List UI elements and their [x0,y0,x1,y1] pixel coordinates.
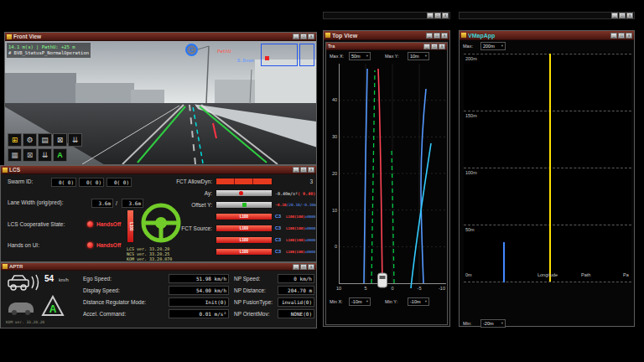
max-y-dropdown[interactable]: 10m▾ [408,52,429,60]
fct-source-bar-label: L100 [216,214,272,220]
coop-state-label: LCS Cooperative State: [8,221,65,228]
min-x-dropdown[interactable]: -10m▾ [349,297,371,306]
fct-source-value-blue: x0000 [305,226,316,230]
close-box-glyph: ⊠ [57,137,64,144]
fct-allowdyn-value: 3 [301,178,313,185]
hands-on-ui-value: HandsOff [96,242,121,249]
x-tick: -10 [436,286,448,291]
close-button[interactable]: x [441,33,448,39]
grid2-icon[interactable]: ▦ [8,148,22,162]
distance-regulator-mode-label: Distance Regulator Mode: [83,299,146,306]
down-arrows2-icon[interactable]: ⇊ [38,148,52,162]
coop-state-indicator [87,221,93,227]
vmap-outer-titlebar[interactable]: _ □ x [459,12,635,19]
min-y-label: Min Y: [385,298,397,305]
trajectory-title: Tra [328,43,422,50]
speed-display-unit: km/h [59,277,69,282]
display-speed-label: Display Speed: [83,287,120,294]
np-distance-label: NP Distance: [234,287,266,294]
np-speed-value: 0 km/h [278,274,314,283]
fct-source-channel: C3 [275,225,281,230]
grid2-glyph: ▦ [11,152,18,159]
offset-y-bar [216,201,273,209]
fct-allowdyn-label: FCT AllowDyn: [148,178,212,185]
fct-source-value-red: L100(100) [286,226,305,230]
right-lane-marking [201,105,278,164]
gear-glyph: ⚙ [26,137,33,144]
top-view-outer-titlebar[interactable]: _ □ x [323,12,450,19]
close-box2-icon[interactable]: ⊠ [23,148,37,162]
minimize-button[interactable]: _ [293,167,299,173]
close-box-icon[interactable]: ⊠ [53,133,67,147]
maximize-button[interactable]: □ [434,33,440,39]
hud-line-2: # BVB_StatusP_NormalOperation [8,50,89,56]
min-y-dropdown[interactable]: -10m▾ [408,297,429,306]
close-button[interactable]: x [439,44,445,49]
speed-display-value: 54 [44,274,54,283]
minimize-button[interactable]: _ [423,44,430,49]
target-marker-line [213,123,216,138]
gear-icon[interactable]: ⚙ [23,133,37,147]
lateral-gauge-bar: L100 [127,209,134,243]
minimize-button[interactable]: _ [610,33,617,39]
hud-line-1: 14.1 m(s) | PathU: +25 m [8,44,89,50]
offset-part1: -0.10 [275,203,287,207]
maximize-button[interactable]: □ [431,44,438,49]
fct-source-value: L100(100)x0000 [286,238,315,242]
minimize-button[interactable]: _ [293,264,299,270]
top-view-titlebar[interactable]: Top View _ □ x [324,31,449,40]
accel-command-value: 0.01 m/s² [169,309,229,318]
lcs-titlebar[interactable]: LCS _ □ x [1,166,316,174]
down-arrows-glyph: ⇊ [72,137,79,144]
down-arrows-icon[interactable]: ⇊ [68,133,82,147]
close-button[interactable]: x [626,33,632,39]
maximize-button[interactable]: □ [300,167,307,173]
aptr-titlebar[interactable]: APTR _ □ x [1,263,316,271]
layers-icon[interactable]: ▤ [38,133,52,147]
trajectory-plot [339,64,446,288]
ego-speed-value: 51.98 km/h [169,274,229,283]
left-lane-detection-line [138,106,185,163]
map-max-dropdown[interactable]: 200m▾ [480,42,506,50]
ay-label: Ay: [148,190,212,197]
close-button[interactable]: x [442,13,449,18]
np-distance-value: 204.70 m [278,286,314,295]
trajectory-overlay-line [193,106,203,163]
offset-part3: /-0.10m [300,203,316,207]
y-tick: 10 [327,208,337,213]
close-button[interactable]: x [308,264,314,270]
close-button[interactable]: x [308,167,314,173]
x-tick: -5 [414,286,424,291]
close-button[interactable]: x [308,34,314,39]
front-camera-view: 14.1 m(s) | PathU: +25 m # BVB_StatusP_N… [5,41,316,164]
map-min-dropdown[interactable]: -20m▾ [480,319,506,328]
down-arrows2-glyph: ⇊ [42,152,49,159]
minimize-button[interactable]: _ [611,13,618,18]
window-icon [3,168,8,173]
grid-icon[interactable]: ⊞ [8,133,22,147]
maximize-button[interactable]: □ [300,264,307,270]
maximize-button[interactable]: □ [619,13,626,18]
front-view-titlebar[interactable]: Front View _ □ x [5,33,316,41]
auto-mode-warning-icon: A [41,295,65,317]
pathu-hud-label: PathU [217,49,231,54]
minimize-button[interactable]: _ [427,13,434,18]
minimize-button[interactable]: _ [426,33,433,39]
minimize-button[interactable]: _ [293,34,299,39]
cruise-badge-icon: C [185,44,198,56]
auto-mode-icon[interactable]: A [53,148,67,162]
vmap-titlebar[interactable]: VMapApp _ □ x [460,31,634,40]
kom-version: KOM ver. 33.20.070 [127,256,172,261]
trajectory-titlebar[interactable]: Tra _ □ x [326,43,447,50]
lcs-window: LCS _ □ x Swarm ID: 0( 0) 0( 0) 0( 0) La… [0,165,317,262]
maximize-button[interactable]: □ [618,33,625,39]
close-button[interactable]: x [626,13,633,18]
maximize-button[interactable]: □ [434,13,441,18]
auto-mode-letter: A [49,303,57,315]
swarm-id-value-1: 0( 0) [51,178,76,187]
chevron-down-icon: ▾ [366,298,368,305]
range-tick: 0m [465,272,472,277]
max-x-dropdown[interactable]: 50m▾ [349,52,371,60]
range-tick: 150m [465,113,477,118]
maximize-button[interactable]: □ [300,34,307,39]
